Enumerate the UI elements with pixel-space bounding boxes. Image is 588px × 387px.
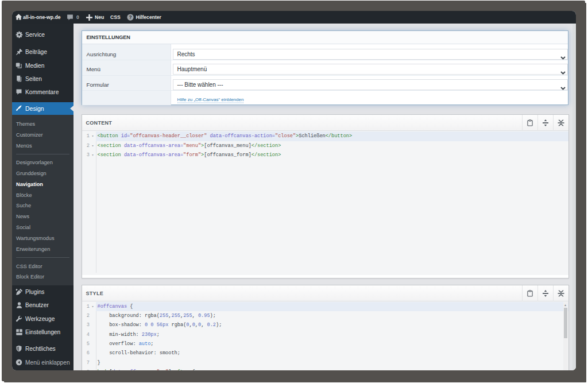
svg-text:?: ? <box>129 15 131 20</box>
